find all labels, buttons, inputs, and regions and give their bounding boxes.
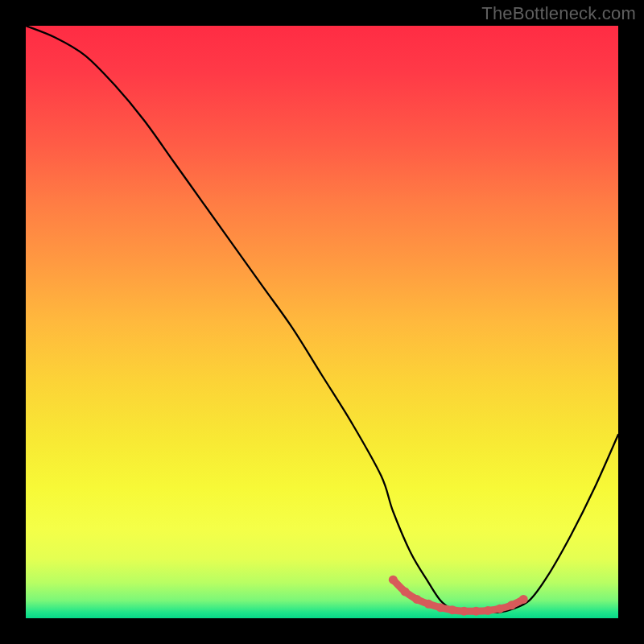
optimal-marker — [507, 601, 516, 609]
optimal-marker — [424, 600, 433, 609]
optimal-marker — [436, 603, 445, 612]
bottleneck-curve-line — [26, 26, 618, 613]
optimal-marker — [412, 595, 421, 604]
chart-frame: TheBottleneck.com — [0, 0, 644, 644]
optimal-range-band — [393, 580, 523, 611]
curve-overlay — [26, 26, 618, 618]
plot-area — [26, 26, 618, 618]
optimal-marker — [448, 605, 456, 614]
optimal-marker — [472, 607, 481, 616]
optimal-marker — [401, 587, 410, 596]
optimal-marker — [519, 595, 528, 604]
optimal-range-markers — [389, 576, 528, 616]
optimal-marker — [389, 576, 398, 584]
optimal-marker — [460, 607, 469, 616]
optimal-marker — [484, 606, 493, 615]
watermark-text: TheBottleneck.com — [481, 3, 636, 24]
optimal-marker — [495, 605, 504, 613]
